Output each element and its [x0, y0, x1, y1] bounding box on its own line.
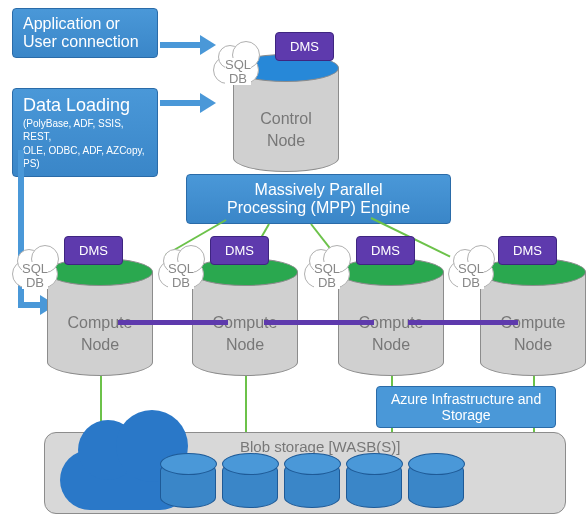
- arrow-data-to-control: [160, 100, 202, 106]
- control-dms-badge: DMS: [275, 32, 334, 61]
- data-loading-title: Data Loading: [23, 95, 147, 116]
- arrow-data-pipe-horiz: [18, 302, 42, 308]
- blob-disk-5: [408, 460, 464, 508]
- compute-3-sql: SQLDB: [314, 262, 340, 289]
- compute-node-3-label: ComputeNode: [338, 312, 444, 355]
- purple-bus-3: [408, 320, 518, 325]
- purple-bus-1: [118, 320, 228, 325]
- blob-disk-2: [222, 460, 278, 508]
- control-sql-label: SQLDB: [225, 58, 251, 85]
- compute-1-dms: DMS: [64, 236, 123, 265]
- app-connection-line1: Application or: [23, 15, 147, 33]
- compute-node-3: ComputeNode: [338, 258, 444, 376]
- compute-node-4: ComputeNode: [480, 258, 586, 376]
- mpp-engine-box: Massively ParallelProcessing (MPP) Engin…: [186, 174, 451, 224]
- compute-1-sql: SQLDB: [22, 262, 48, 289]
- data-loading-box: Data Loading (PolyBase, ADF, SSIS, REST,…: [12, 88, 158, 177]
- compute-4-dms: DMS: [498, 236, 557, 265]
- app-connection-line2: User connection: [23, 33, 147, 51]
- arrow-app-to-control: [160, 42, 202, 48]
- compute-node-1-label: ComputeNode: [47, 312, 153, 355]
- compute-3-dms: DMS: [356, 236, 415, 265]
- azure-infra-box: Azure Infrastructure andStorage: [376, 386, 556, 428]
- blob-disk-3: [284, 460, 340, 508]
- data-loading-paren-l2: OLE, ODBC, ADF, AZCopy, PS): [23, 145, 147, 170]
- app-connection-box: Application or User connection: [12, 8, 158, 58]
- line-c2-blob: [245, 376, 247, 438]
- blob-disk-4: [346, 460, 402, 508]
- compute-2-dms: DMS: [210, 236, 269, 265]
- compute-node-4-label: ComputeNode: [480, 312, 586, 355]
- compute-2-sql: SQLDB: [168, 262, 194, 289]
- architecture-diagram: Application or User connection Data Load…: [0, 0, 587, 520]
- compute-node-2-label: ComputeNode: [192, 312, 298, 355]
- blob-disk-1: [160, 460, 216, 508]
- purple-bus-2: [264, 320, 374, 325]
- compute-node-1: ComputeNode: [47, 258, 153, 376]
- compute-node-2: ComputeNode: [192, 258, 298, 376]
- compute-4-sql: SQLDB: [458, 262, 484, 289]
- control-node-label: ControlNode: [233, 108, 339, 151]
- data-loading-paren-l1: (PolyBase, ADF, SSIS, REST,: [23, 118, 147, 143]
